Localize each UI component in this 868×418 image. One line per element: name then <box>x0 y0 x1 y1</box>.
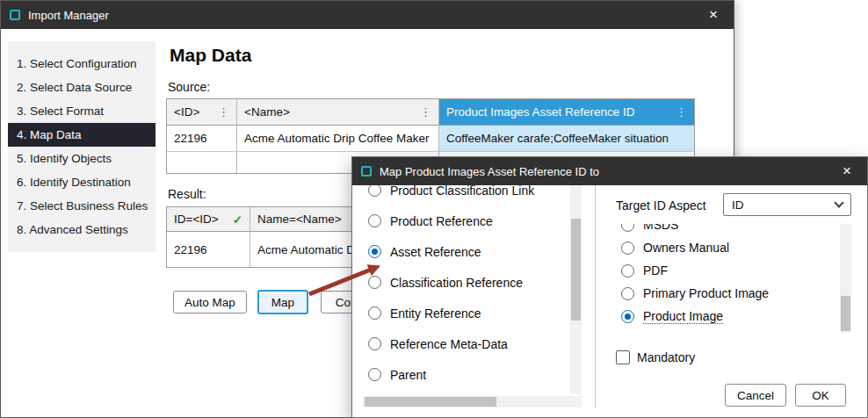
option-parent[interactable]: Parent <box>363 359 570 390</box>
target-id-aspect-label: Target ID Aspect <box>616 198 706 213</box>
option-entity-reference[interactable]: Entity Reference <box>363 298 570 328</box>
panel-divider <box>595 185 596 407</box>
source-cell-asset-reference[interactable]: CoffeeMaker carafe;CoffeeMaker situation <box>439 126 694 152</box>
vertical-scrollbar[interactable] <box>570 185 582 394</box>
source-data-row: 22196 Acme Automatic Drip Coffee Maker C… <box>167 126 694 152</box>
radio-icon <box>621 287 634 300</box>
target-id-aspect-select[interactable]: ID <box>723 193 851 216</box>
radio-selected-icon <box>621 310 634 323</box>
mandatory-checkbox[interactable] <box>616 350 630 364</box>
chevron-down-icon <box>834 198 843 207</box>
dialog-title: Map Product Images Asset Reference ID to <box>380 165 827 178</box>
selected-value: ID <box>732 198 744 212</box>
wizard-steps: 1. Select Configuration 2. Select Data S… <box>8 41 156 252</box>
option-owners-manual[interactable]: Owners Manual <box>616 236 840 259</box>
radio-icon <box>368 185 381 197</box>
scrollbar-thumb[interactable] <box>365 397 496 407</box>
option-pdf[interactable]: PDF <box>616 259 840 282</box>
source-label: Source: <box>168 80 210 94</box>
cancel-button[interactable]: Cancel <box>725 384 786 407</box>
app-icon <box>361 166 372 177</box>
main-titlebar[interactable]: Import Manager × <box>1 1 734 29</box>
scrollbar-thumb[interactable] <box>571 219 581 321</box>
step-map-data[interactable]: 4. Map Data <box>8 123 156 147</box>
step-select-format[interactable]: 3. Select Format <box>8 99 156 123</box>
mapped-check-icon: ✓ <box>233 213 242 227</box>
option-product-image[interactable]: Product Image <box>616 305 840 328</box>
option-asset-reference[interactable]: Asset Reference <box>363 236 570 267</box>
column-menu-icon[interactable]: ⋮ <box>420 105 431 119</box>
result-cell-id[interactable]: 22196 <box>167 232 250 267</box>
page-title: Map Data <box>170 45 251 66</box>
map-reference-dialog: Map Product Images Asset Reference ID to… <box>351 156 868 418</box>
source-cell-id[interactable]: 22196 <box>167 126 237 152</box>
scrollbar-thumb[interactable] <box>841 296 850 331</box>
map-button[interactable]: Map <box>257 290 308 314</box>
step-select-data-source[interactable]: 2. Select Data Source <box>8 76 156 99</box>
vertical-scrollbar[interactable] <box>840 224 851 333</box>
option-product-classification-link[interactable]: Product Classification Link <box>363 185 570 205</box>
step-identify-destination[interactable]: 6. Identify Destination <box>8 170 156 194</box>
option-product-reference[interactable]: Product Reference <box>363 205 570 236</box>
result-header-id[interactable]: ID=<ID> ✓ <box>167 207 250 232</box>
radio-icon <box>368 337 381 350</box>
column-label: ID=<ID> <box>174 213 219 226</box>
auto-map-button[interactable]: Auto Map <box>173 291 247 314</box>
step-identify-objects[interactable]: 5. Identify Objects <box>8 147 156 170</box>
reference-type-list: Product Classification Link Product Refe… <box>363 185 570 394</box>
close-icon: × <box>843 162 851 180</box>
step-advanced-settings[interactable]: 8. Advanced Settings <box>8 218 156 241</box>
window-title: Import Manager <box>28 9 693 22</box>
step-select-business-rules[interactable]: 7. Select Business Rules <box>8 194 156 218</box>
source-cell-name[interactable]: Acme Automatic Drip Coffee Maker <box>237 126 439 152</box>
result-label: Result: <box>168 187 206 201</box>
radio-icon <box>621 264 634 277</box>
option-classification-reference[interactable]: Classification Reference <box>363 267 570 298</box>
close-button[interactable]: × <box>693 1 734 29</box>
asset-type-list: MSDS Owners Manual PDF Primary Product I… <box>616 224 840 333</box>
source-header-id[interactable]: <ID> ⋮ <box>167 99 237 126</box>
close-button[interactable]: × <box>827 157 867 185</box>
horizontal-scrollbar[interactable] <box>363 396 582 407</box>
mandatory-option: Mandatory <box>616 350 695 364</box>
close-icon: × <box>709 6 718 24</box>
source-header-row: <ID> ⋮ <Name> ⋮ Product Images Asset Ref… <box>167 99 694 126</box>
radio-icon <box>621 224 634 232</box>
column-menu-icon[interactable]: ⋮ <box>218 105 229 119</box>
option-msds[interactable]: MSDS <box>616 224 840 236</box>
mandatory-label: Mandatory <box>637 350 695 364</box>
radio-icon <box>368 368 381 381</box>
option-primary-product-image[interactable]: Primary Product Image <box>616 282 840 305</box>
column-label: <ID> <box>174 105 199 119</box>
column-label: Product Images Asset Reference ID <box>446 105 635 119</box>
dialog-titlebar[interactable]: Map Product Images Asset Reference ID to… <box>352 157 867 185</box>
app-icon <box>10 10 20 20</box>
ok-button[interactable]: OK <box>795 384 846 407</box>
column-label: <Name> <box>244 105 290 119</box>
source-header-asset-reference[interactable]: Product Images Asset Reference ID ⋮ <box>439 99 694 126</box>
column-menu-icon[interactable]: ⋮ <box>676 105 687 119</box>
radio-icon <box>368 214 381 227</box>
option-reference-meta-data[interactable]: Reference Meta-Data <box>363 328 570 359</box>
radio-icon <box>368 276 381 289</box>
source-header-name[interactable]: <Name> ⋮ <box>237 99 439 126</box>
column-label: Name=<Name> <box>257 213 342 226</box>
step-select-configuration[interactable]: 1. Select Configuration <box>8 52 156 76</box>
radio-icon <box>621 241 634 255</box>
radio-icon <box>368 306 381 320</box>
radio-selected-icon <box>368 245 381 258</box>
